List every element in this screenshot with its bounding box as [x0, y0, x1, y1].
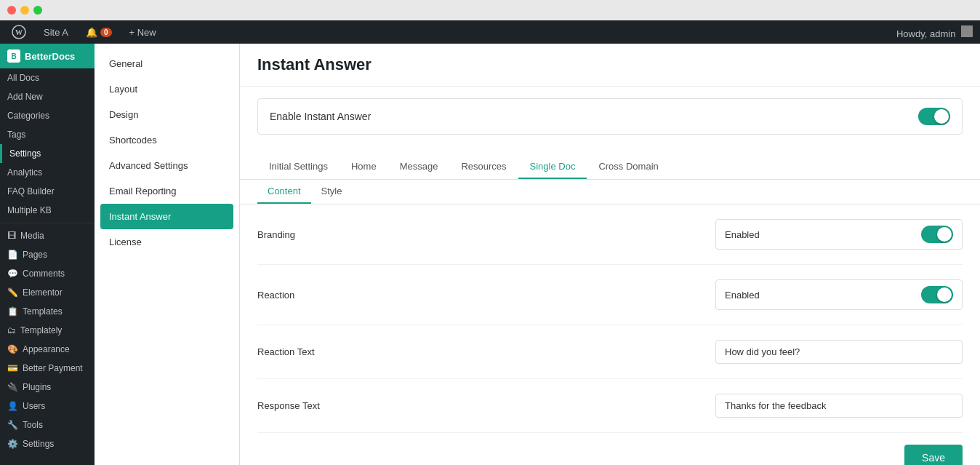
- sidebar-item-appearance[interactable]: 🎨 Appearance: [0, 340, 95, 359]
- close-button[interactable]: [7, 6, 16, 15]
- sidebar-item-comments[interactable]: 💬 Comments: [0, 264, 95, 283]
- add-new-label: Add New: [7, 92, 43, 102]
- sidebar-item-elementor[interactable]: ✏️ Elementor: [0, 283, 95, 302]
- notif-count: 0: [100, 28, 112, 37]
- tags-label: Tags: [7, 130, 25, 140]
- media-icon: 🎞: [7, 231, 16, 241]
- branding-toggle-knob: [937, 227, 952, 242]
- new-item[interactable]: + New: [125, 27, 161, 38]
- all-docs-label: All Docs: [7, 73, 39, 83]
- sidebar-item-analytics[interactable]: Analytics: [0, 163, 95, 182]
- templately-icon: 🗂: [7, 325, 16, 335]
- branding-toggle[interactable]: [921, 226, 953, 243]
- users-label: Users: [23, 401, 45, 411]
- site-name[interactable]: Site A: [39, 27, 73, 38]
- sidebar-item-templately[interactable]: 🗂 Templately: [0, 321, 95, 340]
- reaction-control: Enabled: [715, 279, 963, 310]
- tab-single-doc[interactable]: Single Doc: [518, 155, 587, 179]
- comments-icon: 💬: [7, 269, 18, 279]
- pages-label: Pages: [23, 250, 47, 260]
- tools-label: Tools: [23, 420, 43, 430]
- branding-label: Branding: [257, 229, 374, 240]
- sub-nav-license[interactable]: License: [95, 229, 239, 255]
- users-icon: 👤: [7, 401, 18, 411]
- appearance-label: Appearance: [23, 344, 70, 354]
- toggle-knob: [934, 109, 949, 124]
- comments-label: Comments: [23, 269, 65, 279]
- response-text-input[interactable]: [715, 394, 963, 418]
- plugin-header[interactable]: B BetterDocs: [0, 44, 95, 68]
- sub-nav-design[interactable]: Design: [95, 102, 239, 127]
- reaction-text-input[interactable]: [715, 340, 963, 364]
- admin-bar: W Site A 🔔 0 + New Howdy, admin: [0, 20, 980, 44]
- settings-section: Branding Enabled Reaction: [240, 204, 980, 433]
- reaction-text-label: Reaction Text: [257, 346, 374, 357]
- sub-nav-layout[interactable]: Layout: [95, 76, 239, 102]
- sub-nav-general[interactable]: General: [95, 51, 239, 76]
- save-button[interactable]: Save: [904, 445, 963, 465]
- tab-cross-domain[interactable]: Cross Domain: [587, 155, 670, 179]
- reaction-label: Reaction: [257, 290, 374, 301]
- sidebar-item-better-payment[interactable]: 💳 Better Payment: [0, 359, 95, 378]
- tools-icon: 🔧: [7, 420, 18, 430]
- sidebar-item-pages[interactable]: 📄 Pages: [0, 245, 95, 264]
- sub-nav-email-reporting[interactable]: Email Reporting: [95, 178, 239, 204]
- enable-row: Enable Instant Answer: [257, 98, 963, 135]
- enable-toggle[interactable]: [918, 108, 950, 125]
- sub-tab-content[interactable]: Content: [257, 180, 311, 204]
- branding-value-text: Enabled: [725, 229, 760, 240]
- response-text-label: Response Text: [257, 400, 374, 411]
- sub-sidebar: General Layout Design Shortcodes Advance…: [95, 44, 240, 465]
- tab-resources[interactable]: Resources: [449, 155, 518, 179]
- sub-tabs: Content Style: [240, 180, 980, 204]
- plugin-name: BetterDocs: [25, 51, 75, 62]
- sub-nav-advanced-settings[interactable]: Advanced Settings: [95, 153, 239, 178]
- tab-home[interactable]: Home: [340, 155, 388, 179]
- sidebar-item-settings-wp[interactable]: ⚙️ Settings: [0, 434, 95, 453]
- elementor-icon: ✏️: [7, 287, 18, 298]
- sub-tab-style[interactable]: Style: [311, 180, 353, 204]
- sidebar-item-settings[interactable]: Settings: [0, 144, 95, 163]
- plugin-icon: B: [7, 49, 20, 63]
- branding-control: Enabled: [715, 219, 963, 250]
- notifications[interactable]: 🔔 0: [81, 27, 116, 38]
- sidebar-item-faq-builder[interactable]: FAQ Builder: [0, 182, 95, 201]
- sidebar-item-plugins[interactable]: 🔌 Plugins: [0, 378, 95, 397]
- sidebar-item-users[interactable]: 👤 Users: [0, 397, 95, 416]
- response-text-control: [715, 394, 963, 418]
- branding-value: Enabled: [715, 219, 963, 250]
- page-title: Instant Answer: [257, 55, 963, 74]
- sidebar-item-templates[interactable]: 📋 Templates: [0, 302, 95, 321]
- appearance-icon: 🎨: [7, 344, 18, 354]
- better-payment-label: Better Payment: [23, 363, 83, 373]
- sidebar-item-multiple-kb[interactable]: Multiple KB: [0, 201, 95, 220]
- notif-icon: 🔔: [86, 27, 97, 38]
- setting-reaction: Reaction Enabled: [257, 265, 963, 325]
- reaction-toggle[interactable]: [921, 286, 953, 303]
- settings-wp-icon: ⚙️: [7, 439, 18, 449]
- pages-icon: 📄: [7, 250, 18, 260]
- tab-message[interactable]: Message: [388, 155, 450, 179]
- templates-icon: 📋: [7, 306, 18, 317]
- wp-logo[interactable]: W: [7, 25, 31, 39]
- multiple-kb-label: Multiple KB: [7, 205, 52, 215]
- sidebar-item-tools[interactable]: 🔧 Tools: [0, 416, 95, 434]
- sidebar-item-categories[interactable]: Categories: [0, 106, 95, 125]
- howdy-text: Howdy, admin: [896, 25, 973, 39]
- setting-reaction-text: Reaction Text: [257, 325, 963, 379]
- sidebar-item-media[interactable]: 🎞 Media: [0, 226, 95, 245]
- sidebar-item-add-new[interactable]: Add New: [0, 87, 95, 106]
- avatar: [961, 25, 973, 37]
- sidebar-item-all-docs[interactable]: All Docs: [0, 68, 95, 87]
- sidebar-item-tags[interactable]: Tags: [0, 125, 95, 144]
- main-content: Instant Answer Enable Instant Answer Ini…: [240, 44, 980, 465]
- sub-nav-instant-answer[interactable]: Instant Answer: [100, 204, 233, 229]
- minimize-button[interactable]: [20, 6, 29, 15]
- reaction-value-text: Enabled: [725, 290, 760, 301]
- tab-initial-settings[interactable]: Initial Settings: [257, 155, 340, 179]
- sub-nav-shortcodes[interactable]: Shortcodes: [95, 127, 239, 153]
- faq-builder-label: FAQ Builder: [7, 186, 55, 196]
- plugins-icon: 🔌: [7, 382, 18, 392]
- templates-label: Templates: [23, 306, 63, 317]
- maximize-button[interactable]: [33, 6, 42, 15]
